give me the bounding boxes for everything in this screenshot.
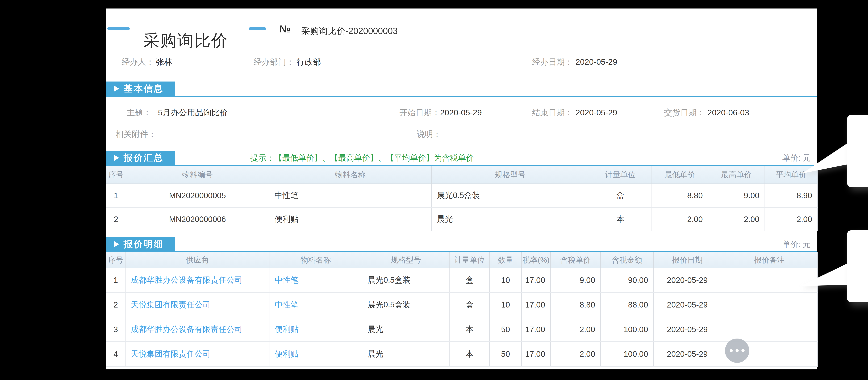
department-label: 经办部门： <box>253 57 294 67</box>
department-value: 行政部 <box>297 57 321 67</box>
detail-supplier-link[interactable]: 天悦集团有限责任公司 <box>125 292 269 317</box>
tax-hint-text: 提示：【最低单价】、【最高单价】、【平均单价】为含税单价 <box>250 151 474 165</box>
detail-cell-quote-date: 2020-05-29 <box>653 268 721 292</box>
detail-cell-spec: 晨光0.5盒装 <box>362 268 450 292</box>
summary-cell-seq: 2 <box>106 207 126 231</box>
operator-label: 经办人： <box>122 57 154 67</box>
callout-quote-summary: 报价汇总 <box>847 115 868 187</box>
detail-cell-seq: 1 <box>106 268 125 292</box>
detail-material-link[interactable]: 中性笔 <box>269 268 362 292</box>
section-quote-detail: 报价明细 单价: 元 <box>106 237 817 251</box>
detail-row: 1 成都华胜办公设备有限责任公司 中性笔 晨光0.5盒装 盒 10 17.00 … <box>106 268 817 292</box>
summary-cell-material-no: MN2020000005 <box>126 184 269 207</box>
detail-cell-qty: 50 <box>490 317 522 342</box>
detail-cell-tax-rate: 17.00 <box>522 317 551 342</box>
document-panel: 采购询比价 № 采购询比价-2020000003 经办人： 张林 经办部门： 行… <box>106 8 817 370</box>
detail-supplier-link[interactable]: 天悦集团有限责任公司 <box>125 342 269 366</box>
summary-row: 2 MN2020000006 便利贴 晨光 本 2.00 2.00 2.00 <box>106 207 817 231</box>
detail-cell-unit-price: 2.00 <box>551 317 600 342</box>
detail-supplier-link[interactable]: 成都华胜办公设备有限责任公司 <box>125 317 269 342</box>
detail-cell-remark <box>721 317 817 342</box>
summary-cell-material-name: 便利贴 <box>269 207 432 231</box>
summary-cell-material-no: MN2020000006 <box>126 207 269 231</box>
detail-cell-unit: 盒 <box>450 292 490 317</box>
section-basic-info-tab[interactable]: 基本信息 <box>106 81 175 96</box>
section-quote-summary-tab[interactable]: 报价汇总 <box>106 151 175 165</box>
summary-col-max-price: 最高单价 <box>708 166 765 184</box>
section-basic-info: 基本信息 <box>106 81 817 96</box>
detail-col-unit-price: 含税单价 <box>551 252 600 268</box>
end-date-value: 2020-05-29 <box>576 108 617 117</box>
detail-cell-unit: 本 <box>450 342 490 366</box>
section-quote-detail-title: 报价明细 <box>124 238 164 250</box>
note-label: 说明： <box>416 129 441 139</box>
detail-cell-amount: 90.00 <box>600 268 653 292</box>
delivery-date-value: 2020-06-03 <box>707 108 749 117</box>
detail-cell-quote-date: 2020-05-29 <box>653 342 721 366</box>
summary-cell-max-price: 2.00 <box>708 207 765 231</box>
unit-note-detail: 单价: 元 <box>782 237 811 251</box>
operator-value: 张林 <box>156 57 172 67</box>
section-quote-summary: 报价汇总 提示：【最低单价】、【最高单价】、【平均单价】为含税单价 单价: 元 <box>106 151 817 165</box>
summary-col-material-name: 物料名称 <box>269 166 432 184</box>
detail-col-spec: 规格型号 <box>362 252 450 268</box>
section-basic-info-title: 基本信息 <box>124 82 164 95</box>
detail-cell-spec: 晨光0.5盒装 <box>362 292 450 317</box>
detail-cell-quote-date: 2020-05-29 <box>653 292 721 317</box>
detail-header-row: 序号 供应商 物料名称 规格型号 计量单位 数量 税率(%) 含税单价 含税金额… <box>106 252 817 268</box>
summary-cell-seq: 1 <box>106 184 126 207</box>
delivery-date-label: 交货日期： <box>664 108 705 117</box>
summary-col-seq: 序号 <box>106 166 126 184</box>
attachment-label: 相关附件： <box>116 129 156 139</box>
detail-col-quote-date: 报价日期 <box>653 252 721 268</box>
detail-material-link[interactable]: 便利贴 <box>269 342 362 366</box>
detail-cell-seq: 3 <box>106 317 125 342</box>
callout-quote-detail: 报价明细 <box>847 230 868 302</box>
detail-cell-amount: 100.00 <box>600 317 653 342</box>
callout-detail-tail <box>792 250 854 295</box>
ellipsis-dot <box>741 349 745 352</box>
detail-cell-tax-rate: 17.00 <box>522 342 551 366</box>
detail-row: 4 天悦集团有限责任公司 便利贴 晨光 本 50 17.00 2.00 100.… <box>106 342 817 366</box>
detail-cell-amount: 88.00 <box>600 292 653 317</box>
start-date-value: 2020-05-29 <box>440 108 482 117</box>
handle-date-label: 经办日期： <box>532 57 573 67</box>
end-date-label: 结束日期： <box>532 108 573 117</box>
comment-bubble-button[interactable] <box>725 339 749 363</box>
detail-material-link[interactable]: 便利贴 <box>269 317 362 342</box>
detail-row: 2 天悦集团有限责任公司 中性笔 晨光0.5盒装 盒 10 17.00 8.80… <box>106 292 817 317</box>
detail-cell-spec: 晨光 <box>362 317 450 342</box>
summary-col-spec: 规格型号 <box>432 166 589 184</box>
summary-cell-avg-price: 8.90 <box>765 184 817 207</box>
detail-cell-unit: 盒 <box>450 268 490 292</box>
handle-date-value: 2020-05-29 <box>576 57 617 67</box>
summary-col-unit: 计量单位 <box>589 166 652 184</box>
title-left-dash <box>107 27 130 30</box>
callout-summary-tail <box>792 128 854 180</box>
detail-cell-unit-price: 2.00 <box>551 342 600 366</box>
detail-cell-unit: 本 <box>450 317 490 342</box>
detail-cell-remark <box>721 292 817 317</box>
summary-row: 1 MN2020000005 中性笔 晨光0.5盒装 盒 8.80 9.00 8… <box>106 184 817 207</box>
detail-cell-tax-rate: 17.00 <box>522 292 551 317</box>
detail-supplier-link[interactable]: 成都华胜办公设备有限责任公司 <box>125 268 269 292</box>
ellipsis-dot <box>736 349 739 352</box>
section-quote-detail-tab[interactable]: 报价明细 <box>106 237 175 251</box>
detail-col-unit: 计量单位 <box>450 252 490 268</box>
detail-material-link[interactable]: 中性笔 <box>269 292 362 317</box>
summary-cell-unit: 盒 <box>589 184 652 207</box>
summary-cell-max-price: 9.00 <box>708 184 765 207</box>
detail-col-supplier: 供应商 <box>125 252 269 268</box>
summary-cell-min-price: 2.00 <box>652 207 708 231</box>
summary-header-row: 序号 物料编号 物料名称 规格型号 计量单位 最低单价 最高单价 平均单价 <box>106 166 817 184</box>
title-right-dash <box>249 27 266 30</box>
detail-cell-qty: 10 <box>490 268 522 292</box>
detail-cell-amount: 100.00 <box>600 342 653 366</box>
triangle-icon <box>114 86 119 92</box>
detail-cell-spec: 晨光 <box>362 342 450 366</box>
detail-col-qty: 数量 <box>490 252 522 268</box>
doc-number-sign: № <box>279 23 291 35</box>
detail-col-amount: 含税金额 <box>600 252 653 268</box>
section-quote-summary-title: 报价汇总 <box>124 152 164 164</box>
doc-number: 采购询比价-2020000003 <box>301 25 398 37</box>
